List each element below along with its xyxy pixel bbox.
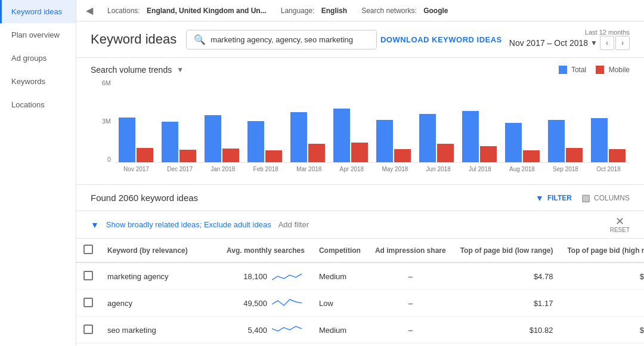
bar-group (505, 123, 540, 162)
sidebar-item-ad-groups[interactable]: Ad groups (0, 47, 76, 70)
locations-value: England, United Kingdom and Un... (147, 7, 267, 15)
chart-title[interactable]: Search volume trends (91, 65, 172, 75)
table-row: seo marketing 5,400 Medium – $10.82 $22.… (76, 317, 644, 344)
reset-label: RESET (610, 227, 630, 233)
close-icon: ✕ (615, 216, 624, 227)
mobile-bar (137, 148, 153, 162)
sidebar-item-plan-overview[interactable]: Plan overview (0, 23, 76, 47)
add-filter-button[interactable]: Add filter (278, 220, 309, 229)
sidebar-item-locations[interactable]: Locations (0, 93, 76, 116)
reset-button[interactable]: ✕ RESET (610, 216, 630, 233)
mobile-legend-label: Mobile (609, 66, 630, 74)
impression-cell: – (368, 290, 453, 317)
row-checkbox[interactable] (83, 298, 93, 307)
total-bar (333, 109, 350, 162)
impression-cell: – (368, 317, 453, 344)
search-icon: 🔍 (194, 34, 206, 45)
select-all-checkbox[interactable] (83, 245, 93, 254)
x-axis-label: Oct 2018 (596, 166, 621, 172)
row-checkbox[interactable] (83, 325, 93, 334)
bid-high-cell: $1.79 (560, 290, 644, 317)
table-header: Keyword (by relevance) Avg. monthly sear… (76, 239, 644, 262)
y-label-0: 0 (107, 156, 111, 163)
download-button[interactable]: DOWNLOAD KEYWORD IDEAS (380, 35, 502, 44)
total-bar (205, 115, 221, 162)
searches-num: 18,100 (240, 272, 267, 281)
columns-button[interactable]: ▧ COLUMNS (581, 192, 630, 203)
page-title: Keyword ideas (91, 32, 177, 47)
x-axis-label: Feb 2018 (253, 166, 278, 172)
top-bar-toggle[interactable]: ◀ (86, 5, 93, 16)
y-label-6m: 6M (102, 79, 111, 86)
results-section: Found 2060 keyword ideas ▼ FILTER ▧ COLU… (76, 185, 644, 346)
x-axis-label: Jul 2018 (469, 166, 491, 172)
sidebar-item-keyword-ideas[interactable]: Keyword ideas (0, 0, 76, 23)
total-bar (119, 118, 135, 162)
mobile-bar (351, 143, 368, 162)
total-bar (591, 118, 608, 162)
date-next-button[interactable]: › (615, 36, 630, 50)
networks-value: Google (423, 7, 448, 15)
row-checkbox-cell[interactable] (76, 317, 100, 344)
th-avg-searches: Avg. monthly searches (219, 239, 312, 262)
mobile-bar (308, 144, 325, 162)
bid-low-cell: $4.78 (453, 262, 561, 290)
total-bar (376, 120, 393, 163)
sidebar-item-keywords[interactable]: Keywords (0, 70, 76, 93)
mobile-bar (437, 144, 454, 162)
table-row: agency 49,500 Low – $1.17 $1.79 In Accou… (76, 290, 644, 317)
th-bid-high: Top of page bid (high range) (560, 239, 644, 262)
date-range-picker: Last 12 months Nov 2017 – Oct 2018 ▼ ‹ › (509, 29, 630, 50)
chart-dropdown-icon[interactable]: ▼ (177, 66, 184, 74)
searches-cell: 49,500 (219, 290, 312, 317)
bar-group (419, 114, 454, 162)
x-axis-label: Jan 2018 (210, 166, 235, 172)
keywords-tbody: marketing agency 18,100 Medium – $4.78 $… (76, 262, 644, 344)
keyword-search-input[interactable] (210, 35, 369, 44)
mobile-bar (480, 146, 497, 163)
impression-cell: – (368, 262, 453, 290)
date-dropdown-icon[interactable]: ▼ (590, 39, 597, 47)
searches-num: 5,400 (240, 326, 267, 335)
bar-group (462, 111, 497, 162)
language-value: English (321, 7, 347, 15)
bid-low-cell: $10.82 (453, 317, 561, 344)
filter-funnel-icon: ▼ (91, 220, 99, 230)
chart-legend: Total Mobile (559, 66, 630, 75)
bar-group (591, 118, 626, 162)
th-competition: Competition (312, 239, 368, 262)
date-range-value: Nov 2017 – Oct 2018 (509, 38, 588, 48)
mobile-bar (179, 150, 196, 162)
keyword-search-box[interactable]: 🔍 (186, 30, 377, 50)
mobile-bar (523, 150, 540, 162)
mobile-bar (394, 149, 411, 162)
date-range-label: Last 12 months (585, 29, 630, 36)
bid-low-cell: $1.17 (453, 290, 561, 317)
th-impression: Ad impression share (368, 239, 453, 262)
chart-wrapper: 6M 3M 0 Nov 2017Dec 2017Jan 2018Feb 2018… (91, 79, 630, 175)
page-header: Keyword ideas 🔍 DOWNLOAD KEYWORD IDEAS L… (76, 21, 644, 58)
filter-link[interactable]: Show broadly related ideas; Exclude adul… (106, 220, 271, 229)
row-checkbox-cell[interactable] (76, 290, 100, 317)
bar-group (333, 109, 368, 162)
select-all-header[interactable] (76, 239, 100, 262)
total-legend-label: Total (571, 66, 586, 74)
bid-high-cell: $12.90 (560, 262, 644, 290)
filter-button[interactable]: ▼ FILTER (535, 193, 572, 203)
row-checkbox[interactable] (83, 271, 93, 280)
total-bar (505, 123, 522, 162)
language-label: Language: (281, 7, 315, 15)
main-content: ◀ Locations: England, United Kingdom and… (76, 0, 644, 346)
mobile-bar (265, 150, 282, 162)
networks-label: Search networks: (361, 7, 417, 15)
date-prev-button[interactable]: ‹ (600, 36, 614, 50)
sparkline (272, 296, 305, 310)
competition-cell: Medium (312, 317, 368, 344)
x-axis-label: Sep 2018 (553, 166, 578, 172)
searches-num: 49,500 (240, 299, 267, 308)
keywords-table: Keyword (by relevance) Avg. monthly sear… (76, 239, 644, 344)
total-bar (290, 112, 307, 162)
row-checkbox-cell[interactable] (76, 262, 100, 290)
bar-group (247, 121, 282, 162)
locations-info: Locations: England, United Kingdom and U… (107, 7, 267, 15)
